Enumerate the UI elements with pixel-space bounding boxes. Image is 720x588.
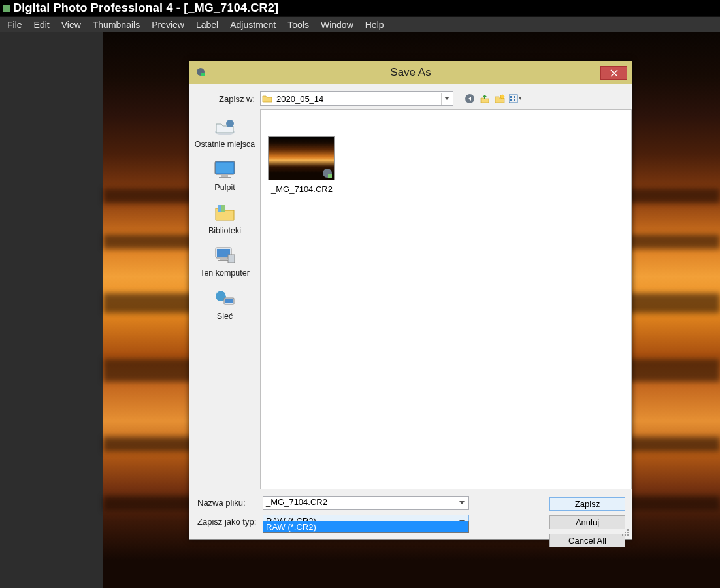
svg-rect-6 bbox=[509, 95, 517, 103]
dialog-bottom: Nazwa pliku: _MG_7104.CR2 Zapisz jako ty… bbox=[189, 489, 632, 539]
folder-icon bbox=[262, 93, 272, 104]
svg-rect-14 bbox=[216, 163, 233, 173]
save-in-row: Zapisz w: 2020_05_14 bbox=[189, 84, 632, 109]
menu-window[interactable]: Window bbox=[315, 18, 359, 32]
save-in-value: 2020_05_14 bbox=[276, 94, 441, 104]
menu-tools[interactable]: Tools bbox=[282, 18, 315, 32]
places-bar: Ostatnie miejsca Pulpit Biblioteki Ten k… bbox=[189, 109, 260, 489]
dialog-mid: Ostatnie miejsca Pulpit Biblioteki Ten k… bbox=[189, 109, 632, 489]
file-item[interactable]: _MG_7104.CR2 bbox=[268, 136, 336, 194]
svg-point-24 bbox=[216, 291, 226, 301]
svg-rect-28 bbox=[328, 174, 332, 178]
menu-thumbnails[interactable]: Thumbnails bbox=[87, 18, 146, 32]
back-icon[interactable] bbox=[464, 93, 476, 105]
save-button[interactable]: Zapisz bbox=[549, 497, 625, 511]
app-icon bbox=[3, 5, 10, 12]
file-item-label: _MG_7104.CR2 bbox=[268, 184, 336, 194]
filename-value: _MG_7104.CR2 bbox=[266, 497, 327, 507]
svg-rect-21 bbox=[220, 259, 227, 260]
cancel-button[interactable]: Anuluj bbox=[549, 515, 625, 529]
svg-rect-10 bbox=[514, 99, 515, 101]
place-computer[interactable]: Ten komputer bbox=[189, 242, 260, 285]
menu-bar: File Edit View Thumbnails Preview Label … bbox=[0, 16, 720, 32]
svg-rect-23 bbox=[228, 255, 235, 263]
recent-places-icon bbox=[212, 116, 238, 138]
svg-rect-7 bbox=[510, 96, 512, 98]
svg-point-12 bbox=[226, 120, 234, 127]
place-network[interactable]: Sieć bbox=[189, 285, 260, 328]
svg-rect-22 bbox=[218, 260, 229, 261]
place-network-label: Sieć bbox=[191, 312, 259, 321]
menu-view[interactable]: View bbox=[56, 18, 87, 32]
dialog-title: Save As bbox=[189, 66, 632, 79]
file-list[interactable]: _MG_7104.CR2 bbox=[260, 109, 632, 489]
left-panel bbox=[0, 32, 103, 588]
app-titlebar: Digital Photo Professional 4 - [_MG_7104… bbox=[0, 0, 720, 16]
chevron-down-icon[interactable] bbox=[441, 93, 451, 105]
new-folder-icon[interactable] bbox=[494, 93, 506, 105]
save-in-label: Zapisz w: bbox=[195, 94, 260, 104]
svg-point-27 bbox=[323, 169, 332, 178]
place-libraries[interactable]: Biblioteki bbox=[189, 199, 260, 242]
dialog-toolbar bbox=[464, 93, 521, 105]
menu-preview[interactable]: Preview bbox=[146, 18, 190, 32]
menu-edit[interactable]: Edit bbox=[28, 18, 56, 32]
dialog-titlebar[interactable]: Save As bbox=[189, 61, 632, 84]
file-thumbnail bbox=[268, 136, 335, 180]
menu-help[interactable]: Help bbox=[359, 18, 390, 32]
libraries-icon bbox=[212, 202, 238, 224]
svg-rect-32 bbox=[622, 534, 623, 536]
svg-rect-25 bbox=[224, 298, 234, 304]
svg-rect-16 bbox=[219, 177, 231, 178]
svg-point-4 bbox=[465, 94, 474, 103]
raw-badge-icon bbox=[322, 168, 333, 178]
close-button[interactable] bbox=[600, 66, 627, 80]
svg-line-2 bbox=[611, 70, 617, 76]
svg-rect-9 bbox=[510, 99, 512, 101]
svg-line-3 bbox=[611, 70, 617, 76]
place-desktop[interactable]: Pulpit bbox=[189, 156, 260, 199]
close-icon bbox=[610, 69, 618, 77]
up-one-level-icon[interactable] bbox=[479, 93, 491, 105]
place-desktop-label: Pulpit bbox=[191, 184, 259, 193]
filetype-label: Zapisz jako typ: bbox=[189, 517, 263, 527]
svg-rect-29 bbox=[627, 529, 629, 531]
save-in-combo[interactable]: 2020_05_14 bbox=[260, 91, 453, 106]
app-title-sep: - bbox=[173, 1, 184, 14]
svg-rect-30 bbox=[625, 532, 626, 533]
computer-icon bbox=[212, 244, 238, 267]
resize-grip-icon[interactable] bbox=[622, 529, 630, 537]
svg-rect-20 bbox=[217, 249, 230, 257]
svg-rect-26 bbox=[225, 299, 233, 303]
menu-adjustment[interactable]: Adjustment bbox=[224, 18, 282, 32]
svg-rect-17 bbox=[218, 205, 221, 212]
svg-point-11 bbox=[215, 129, 235, 135]
place-libraries-label: Biblioteki bbox=[191, 227, 259, 236]
svg-rect-33 bbox=[625, 534, 626, 536]
place-recent-label: Ostatnie miejsca bbox=[191, 140, 259, 150]
filetype-dropdown[interactable]: RAW (*.CR2) bbox=[263, 521, 469, 533]
app-title-prefix: Digital Photo Professional 4 bbox=[13, 1, 173, 14]
svg-rect-8 bbox=[514, 96, 515, 98]
svg-rect-15 bbox=[221, 175, 228, 177]
menu-label[interactable]: Label bbox=[190, 18, 224, 32]
svg-rect-18 bbox=[221, 205, 225, 212]
dialog-buttons: Zapisz Anuluj Cancel All bbox=[549, 497, 625, 547]
filetype-option[interactable]: RAW (*.CR2) bbox=[263, 521, 468, 532]
network-icon bbox=[212, 287, 238, 310]
chevron-down-icon[interactable] bbox=[457, 498, 467, 508]
svg-rect-34 bbox=[627, 534, 629, 536]
place-computer-label: Ten komputer bbox=[191, 269, 259, 278]
svg-point-5 bbox=[500, 95, 504, 99]
menu-file[interactable]: File bbox=[1, 18, 28, 32]
svg-rect-19 bbox=[216, 248, 231, 258]
cancel-all-button[interactable]: Cancel All bbox=[549, 534, 625, 547]
view-menu-icon[interactable] bbox=[509, 93, 521, 105]
place-recent[interactable]: Ostatnie miejsca bbox=[189, 113, 260, 156]
app-title-doc: [_MG_7104.CR2] bbox=[184, 1, 278, 14]
filename-input[interactable]: _MG_7104.CR2 bbox=[263, 496, 469, 510]
dialog-body: Zapisz w: 2020_05_14 O bbox=[189, 84, 632, 539]
svg-rect-31 bbox=[627, 532, 629, 533]
svg-rect-13 bbox=[215, 161, 235, 174]
save-as-dialog: Save As Zapisz w: 2020_05_14 bbox=[189, 61, 632, 540]
